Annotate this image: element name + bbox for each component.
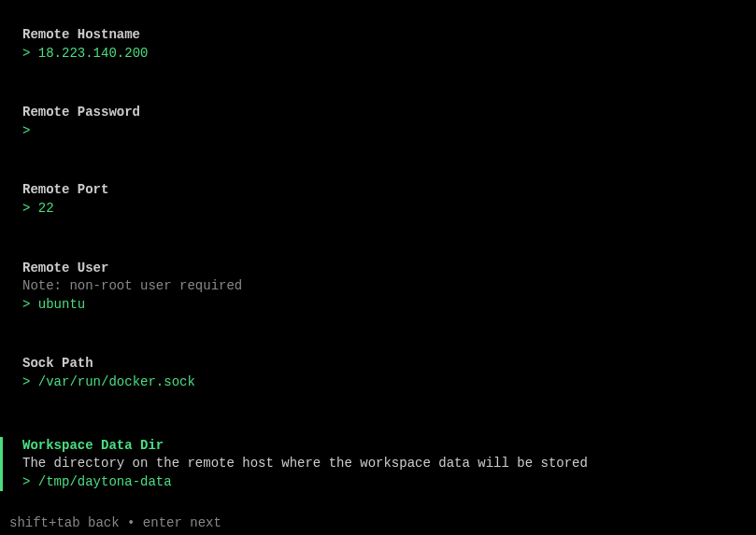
prompt-char: >: [22, 474, 30, 489]
remote-user-field[interactable]: Remote User Note: non-root user required…: [0, 260, 756, 315]
remote-password-field[interactable]: Remote Password >: [0, 104, 756, 140]
prompt-char: >: [22, 374, 30, 389]
prompt-char: >: [22, 297, 30, 312]
prompt-char: >: [22, 123, 30, 138]
hint-separator: •: [127, 515, 135, 530]
sock-path-field[interactable]: Sock Path > /var/run/docker.sock: [0, 355, 756, 391]
hint-back: shift+tab back: [9, 515, 120, 530]
remote-hostname-field[interactable]: Remote Hostname > 18.223.140.200: [0, 26, 756, 63]
prompt-char: >: [22, 201, 30, 216]
workspace-data-dir-input-line[interactable]: > /tmp/daytona-data: [22, 473, 756, 492]
workspace-data-dir-label: Workspace Data Dir: [22, 437, 756, 456]
remote-port-value: 22: [38, 201, 54, 216]
keyboard-hints: shift+tab back • enter next: [9, 514, 221, 533]
remote-port-input-line[interactable]: > 22: [22, 200, 756, 218]
remote-port-label: Remote Port: [22, 181, 756, 200]
remote-port-field[interactable]: Remote Port > 22: [0, 181, 756, 218]
sock-path-input-line[interactable]: > /var/run/docker.sock: [22, 373, 756, 392]
remote-hostname-label: Remote Hostname: [22, 26, 756, 45]
remote-hostname-value: 18.223.140.200: [38, 46, 149, 61]
remote-user-label: Remote User: [22, 260, 756, 278]
remote-password-label: Remote Password: [22, 104, 756, 122]
remote-password-input-line[interactable]: >: [22, 122, 756, 141]
remote-user-note: Note: non-root user required: [22, 277, 756, 296]
remote-user-input-line[interactable]: > ubuntu: [22, 296, 756, 315]
hint-next: enter next: [143, 515, 221, 530]
remote-hostname-input-line[interactable]: > 18.223.140.200: [22, 45, 756, 63]
workspace-data-dir-value: /tmp/daytona-data: [38, 474, 172, 489]
sock-path-value: /var/run/docker.sock: [38, 374, 195, 389]
workspace-data-dir-description: The directory on the remote host where t…: [22, 455, 756, 473]
sock-path-label: Sock Path: [22, 355, 756, 373]
prompt-char: >: [22, 46, 30, 61]
workspace-data-dir-field[interactable]: Workspace Data Dir The directory on the …: [0, 437, 756, 492]
remote-user-value: ubuntu: [38, 297, 85, 312]
